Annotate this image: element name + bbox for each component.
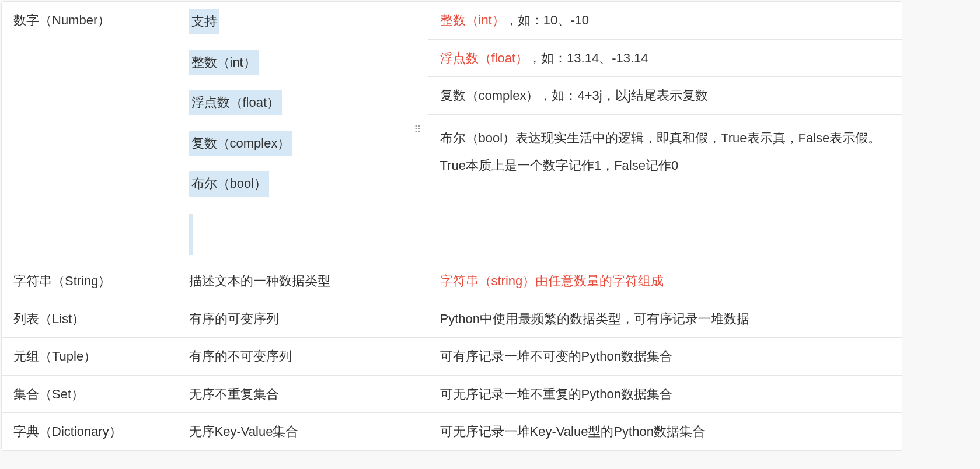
float-example: ，如：13.14、-13.14 <box>528 51 648 65</box>
subcell-bool: 布尔（bool）表达现实生活中的逻辑，即真和假，True表示真，False表示假… <box>428 115 902 189</box>
tag-int: 整数（int） <box>189 50 259 75</box>
type-desc: 无序Key-Value集合 <box>189 424 299 439</box>
type-detail: Python中使用最频繁的数据类型，可有序记录一堆数据 <box>440 312 750 326</box>
tag-complex: 复数（complex） <box>189 131 293 156</box>
type-name: 集合（Set） <box>13 387 84 401</box>
float-label: 浮点数（float） <box>440 51 529 65</box>
tag-support: 支持 <box>189 9 219 34</box>
table-row: 字典（Dictionary） 无序Key-Value集合 可无序记录一堆Key-… <box>2 413 902 450</box>
tag-bool: 布尔（bool） <box>189 171 270 197</box>
type-desc: 有序的不可变序列 <box>189 349 292 363</box>
type-tags-cell[interactable]: 支持 整数（int） 浮点数（float） 复数（complex） 布尔（boo… <box>177 2 428 262</box>
type-detail-cell: 整数（int），如：10、-10 浮点数（float），如：13.14、-13.… <box>428 2 902 262</box>
type-desc: 无序不重复集合 <box>189 387 279 401</box>
type-detail: 字符串（string）由任意数量的字符组成 <box>440 274 664 288</box>
subcell-float: 浮点数（float），如：13.14、-13.14 <box>428 40 902 78</box>
type-detail: 可无序记录一堆不重复的Python数据集合 <box>440 387 673 401</box>
table-row: 列表（List） 有序的可变序列 Python中使用最频繁的数据类型，可有序记录… <box>2 300 902 338</box>
table-row: 集合（Set） 无序不重复集合 可无序记录一堆不重复的Python数据集合 <box>2 375 902 413</box>
tag-float: 浮点数（float） <box>189 90 283 116</box>
drag-handle-icon[interactable] <box>414 127 423 136</box>
type-detail: 可无序记录一堆Key-Value型的Python数据集合 <box>440 424 705 439</box>
type-desc: 有序的可变序列 <box>189 312 279 326</box>
subcell-complex: 复数（complex），如：4+3j，以j结尾表示复数 <box>428 77 902 115</box>
type-name-cell: 数字（Number） <box>2 2 177 262</box>
table-row: 字符串（String） 描述文本的一种数据类型 字符串（string）由任意数量… <box>2 262 902 300</box>
int-label: 整数（int） <box>440 13 505 27</box>
type-detail: 可有序记录一堆不可变的Python数据集合 <box>440 349 673 363</box>
data-types-table: 数字（Number） 支持 整数（int） 浮点数（float） 复数（comp… <box>1 1 902 451</box>
type-name: 元组（Tuple） <box>13 349 96 363</box>
type-desc: 描述文本的一种数据类型 <box>189 274 330 288</box>
type-name: 字典（Dictionary） <box>13 424 122 439</box>
bool-text-2: True本质上是一个数字记作1，False记作0 <box>440 154 891 177</box>
subcell-int: 整数（int），如：10、-10 <box>428 2 902 40</box>
type-name: 数字（Number） <box>13 13 110 27</box>
table-row: 数字（Number） 支持 整数（int） 浮点数（float） 复数（comp… <box>2 2 902 262</box>
type-name: 字符串（String） <box>13 274 111 288</box>
complex-text: 复数（complex），如：4+3j，以j结尾表示复数 <box>440 88 708 103</box>
bool-text-1: 布尔（bool）表达现实生活中的逻辑，即真和假，True表示真，False表示假… <box>440 127 891 150</box>
int-example: ，如：10、-10 <box>505 13 589 27</box>
text-cursor <box>189 214 193 255</box>
type-name: 列表（List） <box>13 312 85 326</box>
table-row: 元组（Tuple） 有序的不可变序列 可有序记录一堆不可变的Python数据集合 <box>2 338 902 376</box>
